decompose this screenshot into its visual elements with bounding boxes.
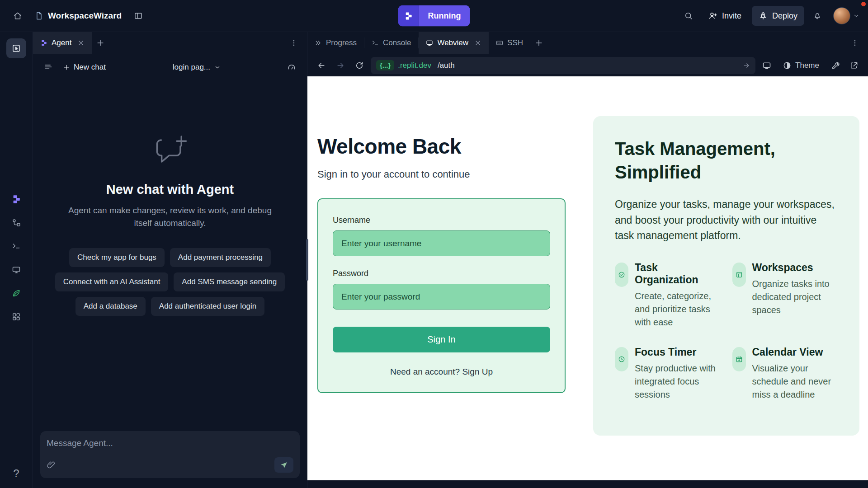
notifications-button[interactable] xyxy=(808,6,827,25)
progress-icon xyxy=(315,39,322,47)
agent-panel-menu-button[interactable] xyxy=(285,34,302,52)
eco-rail-button[interactable] xyxy=(6,283,26,303)
agent-empty-state: New chat with Agent Agent can make chang… xyxy=(33,80,307,431)
chip-row: Connect with an AI Assistant Add SMS mes… xyxy=(55,272,285,291)
search-button[interactable] xyxy=(679,6,698,25)
new-chat-button[interactable]: New chat xyxy=(58,60,110,75)
empty-state-description: Agent can make changes, review its work,… xyxy=(66,204,274,229)
message-agent-input[interactable] xyxy=(47,438,293,448)
new-tab-button[interactable] xyxy=(92,32,109,54)
bottom-strip xyxy=(307,480,868,488)
webview-settings-button[interactable] xyxy=(827,58,843,73)
url-host-badge: {...} xyxy=(376,60,394,70)
suggestion-chip[interactable]: Add payment processing xyxy=(170,248,271,267)
tab-progress-label: Progress xyxy=(326,38,357,47)
workflows-rail-button[interactable] xyxy=(6,213,26,233)
theme-label: Theme xyxy=(795,61,819,70)
suggestion-chip[interactable]: Connect with an AI Assistant xyxy=(55,272,169,291)
run-status-label: Running xyxy=(419,5,470,27)
pointer-tool-icon xyxy=(12,44,21,53)
suggestion-chip[interactable]: Add SMS message sending xyxy=(174,272,285,291)
help-button[interactable]: ? xyxy=(13,467,19,480)
main-body: ? Agent New chat xyxy=(0,32,868,488)
account-menu[interactable] xyxy=(833,7,860,24)
search-icon xyxy=(684,11,693,20)
home-icon xyxy=(13,11,22,20)
timer-icon xyxy=(615,347,628,371)
feature-description: Create, categorize, and prioritize tasks… xyxy=(635,290,721,329)
tab-console[interactable]: Console xyxy=(364,32,418,54)
sign-in-button[interactable]: Sign In xyxy=(333,327,550,352)
sign-up-link[interactable]: Need an account? Sign Up xyxy=(333,367,550,377)
theme-icon xyxy=(783,61,792,70)
feature-text: Workspaces Organize tasks into dedicated… xyxy=(752,262,838,317)
work-tabstrip: Progress Console Webview SSH xyxy=(307,32,868,54)
send-message-button[interactable] xyxy=(274,457,293,473)
external-link-icon xyxy=(849,61,859,70)
run-status-pill[interactable]: Running xyxy=(398,5,470,27)
new-chat-label: New chat xyxy=(74,63,106,72)
composer xyxy=(33,431,307,488)
chat-selector-label: login pag... xyxy=(173,63,210,72)
layout-toggle-button[interactable] xyxy=(129,6,148,25)
avatar xyxy=(833,7,850,24)
url-go-icon[interactable] xyxy=(743,62,750,69)
page-subtitle: Sign in to your account to continue xyxy=(317,169,566,180)
plus-icon xyxy=(63,64,70,71)
webview-rail-button[interactable] xyxy=(6,260,26,280)
username-field[interactable] xyxy=(333,230,550,256)
apps-grid-icon xyxy=(12,312,21,321)
password-field[interactable] xyxy=(333,284,550,310)
chip-row: Add a database Add authenticated user lo… xyxy=(75,297,265,316)
attach-file-button[interactable] xyxy=(47,460,56,469)
webview-content: Welcome Back Sign in to your account to … xyxy=(307,76,868,480)
tab-progress[interactable]: Progress xyxy=(307,32,364,54)
tools-rail-button[interactable] xyxy=(6,307,26,327)
home-button[interactable] xyxy=(8,6,27,25)
feature-title: Calendar View xyxy=(752,346,838,358)
close-icon[interactable] xyxy=(77,39,85,47)
close-icon[interactable] xyxy=(474,39,481,47)
topbar-left: WorkspaceWizard xyxy=(8,6,148,25)
suggestion-chip[interactable]: Check my app for bugs xyxy=(69,248,165,267)
design-tool-button[interactable] xyxy=(6,38,26,58)
chat-selector-dropdown[interactable]: login pag... xyxy=(173,63,221,72)
panel-resize-handle[interactable] xyxy=(306,239,308,281)
password-group: Password xyxy=(333,269,550,310)
agent-rail-button[interactable] xyxy=(6,189,26,209)
arrow-right-icon xyxy=(336,61,345,70)
tab-webview[interactable]: Webview xyxy=(419,32,489,54)
replit-agent-icon xyxy=(11,194,21,204)
gauge-icon xyxy=(287,63,296,72)
devtools-button[interactable] xyxy=(759,58,774,73)
suggestion-chip[interactable]: Add a database xyxy=(75,297,146,316)
invite-button[interactable]: Invite xyxy=(702,6,748,26)
new-tab-button[interactable] xyxy=(530,32,547,54)
tab-agent[interactable]: Agent xyxy=(33,32,92,54)
topbar: WorkspaceWizard Running Invite Deploy xyxy=(0,0,868,32)
auth-section: Welcome Back Sign in to your account to … xyxy=(317,134,566,393)
theme-button[interactable]: Theme xyxy=(778,57,824,74)
forward-button[interactable] xyxy=(333,58,348,73)
open-in-new-tab-button[interactable] xyxy=(846,58,862,73)
suggestion-chip[interactable]: Add authenticated user login xyxy=(151,297,265,316)
keyboard-icon xyxy=(496,39,503,47)
url-field[interactable]: {...} .replit.dev /auth xyxy=(371,57,755,74)
password-label: Password xyxy=(333,269,550,278)
shell-rail-button[interactable] xyxy=(6,236,26,256)
feature-title: Workspaces xyxy=(752,262,838,274)
composer-box[interactable] xyxy=(40,431,300,478)
deploy-button[interactable]: Deploy xyxy=(752,6,804,26)
suggestion-chips: Check my app for bugs Add payment proces… xyxy=(55,248,285,316)
project-title-group[interactable]: WorkspaceWizard xyxy=(31,11,125,21)
project-title: WorkspaceWizard xyxy=(48,11,122,21)
back-button[interactable] xyxy=(314,58,329,73)
agent-settings-button[interactable] xyxy=(283,59,300,75)
work-panel-menu-button[interactable] xyxy=(846,34,863,52)
chat-history-button[interactable] xyxy=(40,59,57,75)
url-host-suffix: .replit.dev xyxy=(398,61,431,70)
topbar-right: Invite Deploy xyxy=(679,6,860,26)
tab-ssh[interactable]: SSH xyxy=(489,32,530,54)
feature-text: Focus Timer Stay productive with integra… xyxy=(635,346,721,401)
refresh-button[interactable] xyxy=(352,58,367,73)
